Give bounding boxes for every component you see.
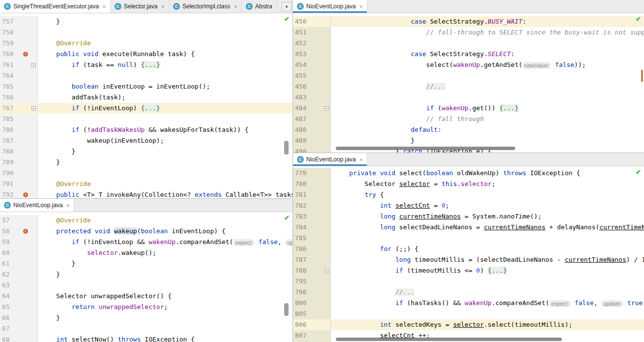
code-text[interactable]: try { (330, 189, 644, 200)
gutter[interactable] (315, 319, 330, 330)
code-text[interactable]: default: (330, 124, 644, 135)
code-text[interactable] (330, 70, 644, 81)
code-text[interactable]: for (;;) { (330, 244, 644, 254)
gutter[interactable] (315, 60, 330, 70)
gutter[interactable] (22, 70, 37, 81)
gutter[interactable] (22, 248, 37, 258)
gutter[interactable] (22, 258, 37, 269)
code-text[interactable]: @Override (37, 38, 293, 49)
gutter[interactable] (22, 146, 37, 157)
gutter[interactable] (315, 16, 330, 27)
code-text[interactable]: if (wakenUp.get()) {...} (330, 103, 644, 114)
code-text[interactable]: } (37, 146, 293, 157)
close-icon[interactable]: × (102, 3, 106, 10)
gutter[interactable] (315, 330, 330, 341)
code-text[interactable]: Selector selector = this.selector; (330, 179, 644, 189)
code-text[interactable]: case SelectStrategy.SELECT: (330, 49, 644, 60)
gutter[interactable]: ↑ (22, 189, 37, 198)
gutter[interactable] (315, 211, 330, 222)
code-text[interactable]: @Override (37, 215, 293, 226)
code-text[interactable]: int selectNow() throws IOException { (37, 334, 293, 342)
code-text[interactable]: } (37, 157, 293, 168)
code-text[interactable]: long currentTimeNanos = System.nanoTime(… (330, 211, 644, 222)
gutter[interactable] (315, 146, 330, 153)
code-text[interactable] (330, 309, 644, 319)
horizontal-scrollbar-thumb[interactable] (336, 147, 515, 150)
code-text[interactable]: } (37, 312, 293, 323)
code-text[interactable]: public void execute(Runnable task) { (37, 49, 293, 60)
code-text[interactable] (37, 114, 293, 124)
code-text[interactable]: @Override (37, 179, 293, 189)
gutter[interactable] (315, 70, 330, 81)
gutter[interactable] (315, 38, 330, 49)
gutter[interactable] (22, 179, 37, 189)
gutter[interactable] (315, 114, 330, 124)
code-text[interactable] (37, 27, 293, 38)
gutter[interactable] (315, 135, 330, 146)
code-text[interactable] (37, 168, 293, 179)
gutter[interactable]: + (315, 265, 330, 276)
code-text[interactable]: if (!addTaskWakesUp && wakesUpForTask(ta… (37, 124, 293, 135)
folded-region-icon[interactable]: + (31, 106, 36, 111)
gutter[interactable] (315, 49, 330, 60)
overriding-method-icon[interactable]: ↑ (23, 229, 28, 234)
code-editor[interactable]: 757 }758759 @Override760↑ public void ex… (0, 13, 293, 198)
code-text[interactable]: if (timeoutMillis <= 0) {...} (330, 265, 644, 276)
gutter[interactable] (22, 81, 37, 92)
code-text[interactable]: protected void wakeup(boolean inEventLoo… (37, 226, 293, 237)
folded-region-icon[interactable]: + (324, 269, 329, 273)
code-text[interactable]: private void select(boolean oldWakenUp) … (330, 168, 644, 179)
tab-nioeventloop[interactable]: C NioEventLoop.java × (293, 153, 367, 166)
gutter[interactable] (315, 298, 330, 309)
gutter[interactable] (315, 233, 330, 244)
code-text[interactable]: if (!inEventLoop) {...} (37, 103, 293, 114)
code-text[interactable]: addTask(task); (37, 92, 293, 103)
code-text[interactable]: } (330, 135, 644, 146)
gutter[interactable] (315, 81, 330, 92)
vertical-scrollbar-thumb[interactable] (284, 141, 289, 155)
code-editor[interactable]: 450 case SelectStrategy.BUSY_WAIT:451 //… (293, 13, 644, 153)
gutter[interactable] (22, 124, 37, 135)
gutter[interactable] (315, 309, 330, 319)
code-text[interactable]: select(wakenUp.getAndSet(newValue: false… (330, 60, 644, 70)
gutter[interactable]: + (315, 103, 330, 114)
code-text[interactable]: Selector unwrappedSelector() { (37, 291, 293, 302)
gutter[interactable] (22, 135, 37, 146)
folded-region-icon[interactable]: + (324, 106, 329, 111)
gutter[interactable]: ↑ (22, 226, 37, 237)
gutter[interactable] (22, 302, 37, 312)
chevron-down-icon[interactable]: ▾ (282, 2, 292, 11)
gutter[interactable] (22, 157, 37, 168)
code-editor[interactable]: 57 @Override58↑ protected void wakeup(bo… (0, 212, 293, 342)
gutter[interactable] (22, 269, 37, 280)
gutter[interactable] (22, 114, 37, 124)
folded-region-icon[interactable]: + (31, 63, 36, 67)
gutter[interactable] (22, 237, 37, 248)
gutter[interactable] (22, 38, 37, 49)
gutter[interactable] (22, 323, 37, 334)
code-text[interactable]: public <T> T invokeAny(Collection<? exte… (37, 189, 293, 198)
code-text[interactable]: } (37, 269, 293, 280)
gutter[interactable] (22, 280, 37, 291)
gutter[interactable] (22, 168, 37, 179)
code-text[interactable]: wakeup(inEventLoop); (37, 135, 293, 146)
code-text[interactable]: if (task == null) {...} (37, 60, 293, 70)
gutter[interactable] (315, 124, 330, 135)
gutter[interactable] (315, 254, 330, 265)
code-text[interactable]: } (37, 16, 293, 27)
code-text[interactable]: if (!inEventLoop && wakenUp.compareAndSe… (37, 237, 293, 248)
vertical-scrollbar-thumb[interactable] (284, 303, 289, 316)
overriding-method-icon[interactable]: ↑ (23, 192, 28, 197)
gutter[interactable] (315, 179, 330, 189)
gutter[interactable] (315, 276, 330, 287)
gutter[interactable]: ↑ (22, 49, 37, 60)
code-text[interactable]: selector.wakeup(); (37, 248, 293, 258)
code-text[interactable]: //... (330, 287, 644, 298)
gutter[interactable]: + (22, 103, 37, 114)
gutter[interactable] (22, 291, 37, 302)
code-text[interactable]: if (hasTasks() && wakenUp.compareAndSet(… (330, 298, 644, 309)
close-icon[interactable]: × (234, 3, 237, 10)
gutter[interactable] (315, 189, 330, 200)
code-text[interactable]: // fall-through to SELECT since the busy… (330, 27, 644, 38)
gutter[interactable] (315, 92, 330, 103)
